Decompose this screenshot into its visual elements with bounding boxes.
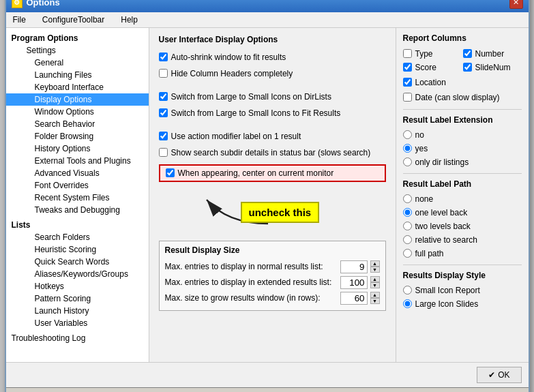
ds-small-icon-radio[interactable] [403,286,412,295]
menu-help[interactable]: Help [117,14,142,26]
sidebar-item-window-options[interactable]: Window Options [6,106,149,118]
sidebar-item-search-folders[interactable]: Search Folders [6,231,149,243]
label-path-title: Result Label Path [403,179,522,189]
sidebar-item-history-options[interactable]: History Options [6,142,149,155]
ds-small-icon: Small Icon Report [403,285,522,296]
sidebar: Program Options Settings General Launchi… [6,28,149,362]
rc-date: Date (can slow display) [403,91,522,104]
title-bar: ⚙ Options ✕ [6,0,529,12]
lp-two-levels-label: two levels back [415,222,471,231]
sidebar-item-settings[interactable]: Settings [6,44,149,57]
sidebar-item-search-behavior[interactable]: Search Behavior [6,118,149,130]
rc-slidenum: SlideNum [463,61,522,74]
lp-relative-label: relative to search [415,235,477,245]
sidebar-item-quick-search-words[interactable]: Quick Search Words [6,256,149,268]
checkbox-small-icons-dirlists-input[interactable] [159,92,168,101]
sidebar-item-pattern-scoring[interactable]: Pattern Scoring [6,292,149,305]
rc-date-label: Date (can slow display) [415,93,500,102]
le-yes-radio[interactable] [403,144,412,153]
spinbox-grow-up[interactable]: ▲ [370,292,380,298]
annotation-label: uncheck this [241,207,320,218]
spinbox-normal-label: Max. entries to display in normal result… [165,262,338,271]
rc-type-input[interactable] [403,49,412,58]
spinbox-extended-results: Max. entries to display in extended resu… [165,275,380,290]
lp-one-level-radio[interactable] [403,208,412,217]
le-only-dir-radio[interactable] [403,157,412,166]
sidebar-item-launch-history[interactable]: Launch History [6,305,149,317]
spinbox-extended-down[interactable]: ▼ [370,282,380,288]
close-button[interactable]: ✕ [509,0,523,9]
checkbox-show-subdir-input[interactable] [159,148,168,157]
spinbox-grow-btns: ▲ ▼ [370,292,380,304]
le-no: no [403,130,522,140]
spinbox-normal-up[interactable]: ▲ [370,260,380,267]
spinbox-grow-input[interactable] [340,292,368,305]
checkbox-small-icons-fit-label: Switch from Large to Small Icons to Fit … [171,108,341,118]
spinbox-normal-results: Max. entries to display in normal result… [165,259,380,275]
lp-two-levels-radio[interactable] [403,222,412,230]
rc-number-label: Number [475,49,505,59]
lp-two-levels: two levels back [403,221,522,232]
spinbox-extended-up[interactable]: ▲ [370,276,380,282]
rc-number-input[interactable] [463,49,472,58]
checkbox-action-modifier: Use action modifier label on 1 result [159,130,386,142]
sidebar-item-launching-files[interactable]: Launching Files [6,69,149,81]
sidebar-item-display-options[interactable]: Display Options [6,93,149,106]
sidebar-item-external-tools[interactable]: External Tools and Plugins [6,155,149,167]
sidebar-item-folder-browsing[interactable]: Folder Browsing [6,130,149,142]
spinbox-normal-down[interactable]: ▼ [370,267,380,273]
highlighted-checkbox-row: When appearing, center on current monito… [159,164,386,182]
content-area: User Interface Display Options Auto-shri… [149,28,396,362]
annotation-area: uncheck this [159,186,386,234]
checkbox-hide-column-input[interactable] [159,69,168,78]
menu-configuretoolbar[interactable]: ConfigureToolbar [38,14,108,26]
menu-bar: File ConfigureToolbar Help [6,12,529,28]
lp-relative: relative to search [403,235,522,245]
menu-file[interactable]: File [9,14,30,26]
report-columns-grid: Type Number Score SlideNum [403,48,522,74]
lp-full-path-radio[interactable] [403,249,412,258]
rc-score-input[interactable] [403,63,412,72]
rc-location: Location [403,76,522,89]
checkbox-small-icons-dirlists: Switch from Large to Small Icons on DirL… [159,91,386,103]
checkbox-small-icons-fit-input[interactable] [159,108,168,117]
sidebar-group-program-options: Program Options [6,32,149,44]
rc-date-input[interactable] [403,93,412,102]
spinbox-extended-label: Max. entries to display in extended resu… [165,277,338,287]
lp-one-level: one level back [403,207,522,218]
rc-slidenum-input[interactable] [463,63,472,72]
window-icon: ⚙ [12,0,23,8]
sidebar-item-font-overrides[interactable]: Font Overrides [6,179,149,192]
spinbox-normal-btns: ▲ ▼ [370,260,380,273]
checkbox-auto-shrink-label: Auto-shrink window to fit results [171,52,286,62]
ds-large-icon: Large Icon Slides [403,299,522,310]
spinbox-normal-input[interactable] [340,260,368,273]
sidebar-item-keyboard-interface[interactable]: Keyboard Interface [6,81,149,93]
sidebar-item-troubleshooting[interactable]: Troubleshooting Log [6,332,149,344]
rc-slidenum-label: SlideNum [475,63,511,72]
status-bar [6,387,529,393]
lp-relative-radio[interactable] [403,235,412,244]
le-only-dir: only dir listings [403,157,522,168]
divider1 [403,109,522,110]
spinbox-extended-input[interactable] [340,276,368,289]
lp-full-path-label: full path [415,249,444,258]
sidebar-item-aliases[interactable]: Aliases/Keywords/Groups [6,268,149,280]
sidebar-item-recent-system-files[interactable]: Recent System Files [6,192,149,204]
checkbox-auto-shrink-input[interactable] [159,52,168,61]
sidebar-item-hotkeys[interactable]: Hotkeys [6,280,149,292]
rc-location-input[interactable] [403,78,412,87]
spinbox-grow-rows: Max. size to grow results window (in row… [165,290,380,306]
lp-none-radio[interactable] [403,194,412,203]
sidebar-item-general[interactable]: General [6,57,149,69]
ok-button[interactable]: ✔ OK [477,367,521,383]
sidebar-item-heuristic-scoring[interactable]: Heuristic Scoring [6,243,149,256]
le-no-radio[interactable] [403,130,412,139]
checkbox-action-modifier-input[interactable] [159,132,168,140]
checkbox-center-monitor-input[interactable] [166,168,175,177]
sidebar-item-tweaks-debugging[interactable]: Tweaks and Debugging [6,204,149,216]
sidebar-item-user-variables[interactable]: User Variables [6,317,149,329]
ds-large-icon-radio[interactable] [403,299,412,308]
spinbox-grow-down[interactable]: ▼ [370,298,380,304]
sidebar-item-advanced-visuals[interactable]: Advanced Visuals [6,167,149,179]
